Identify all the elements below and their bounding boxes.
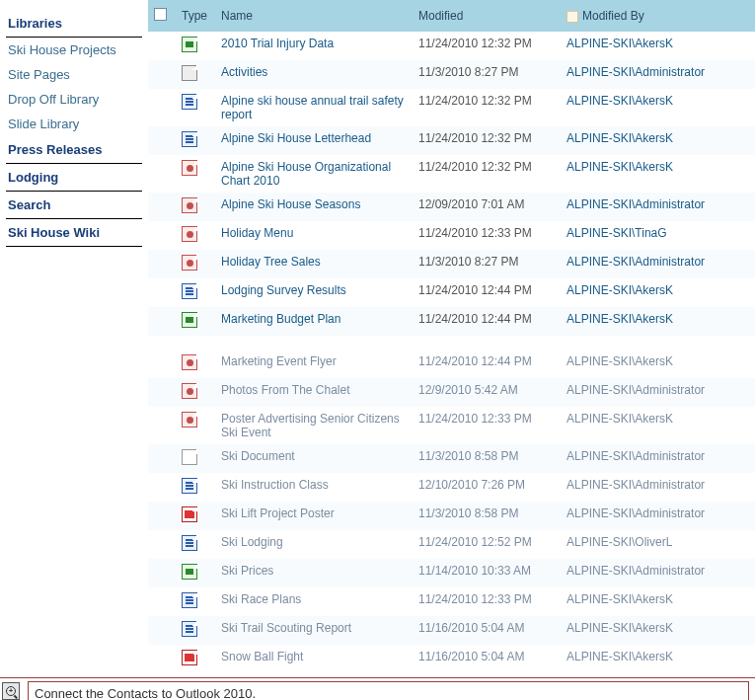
table-row[interactable]: 2010 Trial Injury Data11/24/2010 12:32 P… (148, 32, 755, 60)
table-row[interactable]: Activities11/3/2010 8:27 PMALPINE-SKI\Ad… (148, 60, 755, 89)
col-name[interactable]: Name (215, 0, 413, 32)
file-link[interactable]: Holiday Tree Sales (221, 255, 321, 269)
modified-by-user[interactable]: ALPINE-SKI\AkersK (566, 650, 673, 663)
row-select[interactable] (148, 350, 176, 378)
row-select[interactable] (148, 193, 176, 221)
col-modified-by[interactable]: Modified By (561, 0, 755, 32)
file-link[interactable]: Ski Lodging (221, 535, 283, 549)
row-select[interactable] (148, 155, 176, 193)
modified-by-user[interactable]: ALPINE-SKI\Administrator (566, 449, 705, 463)
file-link[interactable]: Alpine ski house annual trail safety rep… (221, 94, 404, 121)
sidebar-item-ski-house-projects[interactable]: Ski House Projects (6, 38, 142, 62)
table-row[interactable]: Alpine Ski House Seasons12/09/2010 7:01 … (148, 193, 755, 221)
table-row[interactable]: Alpine Ski House Organizational Chart 20… (148, 155, 755, 193)
zoom-in-button[interactable]: + (2, 682, 20, 700)
file-link[interactable]: Ski Lift Project Poster (221, 506, 335, 520)
table-row[interactable]: Holiday Tree Sales11/3/2010 8:27 PMALPIN… (148, 250, 755, 278)
modified-by-user[interactable]: ALPINE-SKI\AkersK (566, 354, 673, 368)
modified-by-user[interactable]: ALPINE-SKI\Administrator (566, 478, 705, 492)
row-select[interactable] (148, 60, 176, 89)
table-row[interactable]: Ski Trail Scouting Report11/16/2010 5:04… (148, 616, 755, 645)
sidebar-item-lodging[interactable]: Lodging (6, 164, 142, 192)
table-row[interactable]: Snow Ball Fight11/16/2010 5:04 AMALPINE-… (148, 645, 755, 673)
sidebar-item-site-pages[interactable]: Site Pages (6, 62, 142, 87)
file-link[interactable]: Ski Document (221, 449, 295, 463)
select-all-cell[interactable] (148, 0, 176, 32)
row-select[interactable] (148, 221, 176, 250)
row-select[interactable] (148, 378, 176, 407)
file-link[interactable]: 2010 Trial Injury Data (221, 37, 334, 50)
modified-by-user[interactable]: ALPINE-SKI\OliverL (566, 535, 672, 549)
row-select[interactable] (148, 645, 176, 673)
row-select[interactable] (148, 307, 176, 336)
row-select[interactable] (148, 126, 176, 155)
file-link[interactable]: Lodging Survey Results (221, 283, 346, 297)
file-link[interactable]: Ski Trail Scouting Report (221, 621, 351, 635)
file-link[interactable]: Alpine Ski House Seasons (221, 197, 360, 211)
sidebar-item-libraries[interactable]: Libraries (6, 10, 142, 38)
modified-by-user[interactable]: ALPINE-SKI\AkersK (566, 131, 673, 145)
table-row[interactable]: Poster Advertising Senior Citizens Ski E… (148, 407, 755, 444)
file-link[interactable]: Snow Ball Fight (221, 650, 303, 663)
modified-by-user[interactable]: ALPINE-SKI\AkersK (566, 94, 673, 108)
filter-icon[interactable] (566, 11, 578, 23)
table-row[interactable]: Alpine Ski House Letterhead11/24/2010 12… (148, 126, 755, 155)
row-select[interactable] (148, 89, 176, 126)
modified-by-user[interactable]: ALPINE-SKI\TinaG (566, 226, 667, 240)
table-row[interactable]: Ski Lodging11/24/2010 12:52 PMALPINE-SKI… (148, 530, 755, 559)
table-row[interactable]: Alpine ski house annual trail safety rep… (148, 89, 755, 126)
file-link[interactable]: Photos From The Chalet (221, 383, 350, 397)
file-link[interactable]: Ski Race Plans (221, 592, 301, 606)
modified-by-user[interactable]: ALPINE-SKI\Administrator (566, 255, 705, 269)
row-select[interactable] (148, 587, 176, 616)
table-row[interactable]: Marketing Event Flyer11/24/2010 12:44 PM… (148, 350, 755, 378)
row-select[interactable] (148, 473, 176, 502)
modified-by-user[interactable]: ALPINE-SKI\AkersK (566, 621, 673, 635)
row-select[interactable] (148, 278, 176, 307)
table-row[interactable]: Ski Prices11/14/2010 10:33 AMALPINE-SKI\… (148, 559, 755, 587)
sidebar-item-search[interactable]: Search (6, 192, 142, 219)
row-select[interactable] (148, 32, 176, 60)
modified-by-user[interactable]: ALPINE-SKI\AkersK (566, 283, 673, 297)
file-link[interactable]: Holiday Menu (221, 226, 293, 240)
sidebar-item-slide-library[interactable]: Slide Library (6, 112, 142, 136)
col-modified[interactable]: Modified (413, 0, 561, 32)
sidebar-item-ski-house-wiki[interactable]: Ski House Wiki (6, 219, 142, 247)
modified-by-user[interactable]: ALPINE-SKI\AkersK (566, 312, 673, 326)
table-row[interactable]: Ski Lift Project Poster11/3/2010 8:58 PM… (148, 502, 755, 530)
sidebar-item-drop-off-library[interactable]: Drop Off Library (6, 87, 142, 112)
modified-by-user[interactable]: ALPINE-SKI\Administrator (566, 506, 705, 520)
modified-by-user[interactable]: ALPINE-SKI\AkersK (566, 592, 673, 606)
table-row[interactable]: Lodging Survey Results11/24/2010 12:44 P… (148, 278, 755, 307)
file-link[interactable]: Alpine Ski House Letterhead (221, 131, 371, 145)
file-link[interactable]: Marketing Event Flyer (221, 354, 337, 368)
modified-by-user[interactable]: ALPINE-SKI\Administrator (566, 383, 705, 397)
row-select[interactable] (148, 502, 176, 530)
row-select[interactable] (148, 407, 176, 444)
table-row[interactable]: Marketing Budget Plan11/24/2010 12:44 PM… (148, 307, 755, 336)
sidebar-item-press-releases[interactable]: Press Releases (6, 136, 142, 164)
checkbox-icon[interactable] (154, 8, 167, 21)
file-link[interactable]: Poster Advertising Senior Citizens Ski E… (221, 412, 400, 439)
modified-by-user[interactable]: ALPINE-SKI\AkersK (566, 160, 673, 174)
row-select[interactable] (148, 530, 176, 559)
file-link[interactable]: Ski Prices (221, 564, 273, 578)
row-select[interactable] (148, 616, 176, 645)
modified-by-user[interactable]: ALPINE-SKI\AkersK (566, 37, 673, 50)
modified-by-user[interactable]: ALPINE-SKI\Administrator (566, 197, 705, 211)
table-row[interactable]: Photos From The Chalet12/9/2010 5:42 AMA… (148, 378, 755, 407)
file-link[interactable]: Alpine Ski House Organizational Chart 20… (221, 160, 391, 188)
row-select[interactable] (148, 250, 176, 278)
col-type[interactable]: Type (176, 0, 215, 32)
file-link[interactable]: Marketing Budget Plan (221, 312, 340, 326)
modified-by-user[interactable]: ALPINE-SKI\Administrator (566, 65, 705, 79)
table-row[interactable]: Ski Race Plans11/24/2010 12:33 PMALPINE-… (148, 587, 755, 616)
table-row[interactable]: Holiday Menu11/24/2010 12:33 PMALPINE-SK… (148, 221, 755, 250)
row-select[interactable] (148, 559, 176, 587)
row-select[interactable] (148, 444, 176, 473)
modified-by-user[interactable]: ALPINE-SKI\AkersK (566, 412, 673, 426)
modified-by-user[interactable]: ALPINE-SKI\Administrator (566, 564, 705, 578)
table-row[interactable]: Ski Instruction Class12/10/2010 7:26 PMA… (148, 473, 755, 502)
file-link[interactable]: Activities (221, 65, 267, 79)
table-row[interactable]: Ski Document11/3/2010 8:58 PMALPINE-SKI\… (148, 444, 755, 473)
